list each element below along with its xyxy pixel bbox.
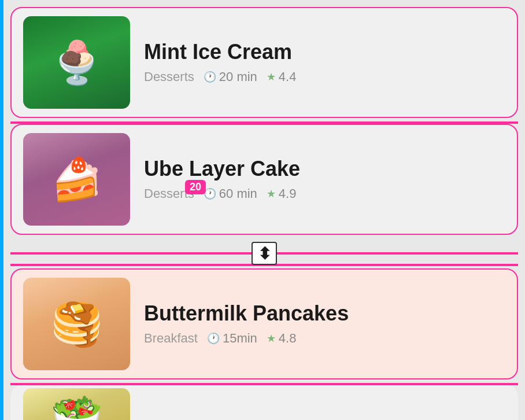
card-title-ube: Ube Layer Cake <box>144 157 505 180</box>
drag-zone: ⬍ <box>10 236 518 271</box>
star-icon-pancakes: ★ <box>267 332 276 345</box>
card-time-ube: 🕐 60 min <box>204 186 257 201</box>
card-info-mint: Mint Ice Cream Desserts 🕐 20 min ★ 4.4 <box>144 40 505 84</box>
clock-icon-mint: 🕐 <box>204 71 216 83</box>
card-fourth[interactable] <box>10 385 518 420</box>
card-time-mint: 🕐 20 min <box>204 69 257 84</box>
badge: 20 <box>185 180 206 194</box>
star-icon-mint: ★ <box>267 71 276 83</box>
card-time-value-ube: 60 min <box>219 186 257 201</box>
card-time-value-pancakes: 15min <box>223 331 257 346</box>
card-rating-value-ube: 4.9 <box>279 186 297 201</box>
card-title-pancakes: Buttermilk Pancakes <box>144 302 505 325</box>
recipe-list: Mint Ice Cream Desserts 🕐 20 min ★ 4.4 U… <box>0 0 525 420</box>
card-title-mint: Mint Ice Cream <box>144 40 505 64</box>
card-rating-value-mint: 4.4 <box>279 69 297 84</box>
card-rating-ube: ★ 4.9 <box>267 186 297 201</box>
star-icon-ube: ★ <box>267 187 276 200</box>
card-meta-pancakes: Breakfast 🕐 15min ★ 4.8 <box>144 331 505 346</box>
card-meta-mint: Desserts 🕐 20 min ★ 4.4 <box>144 69 505 84</box>
card-time-pancakes: 🕐 15min <box>207 331 257 346</box>
card-image-pancakes <box>23 278 130 370</box>
drag-handle-icon[interactable]: ⬍ <box>252 242 277 265</box>
card-ube-layer-cake[interactable]: Ube Layer Cake Desserts 🕐 60 min ★ 4.9 2… <box>10 124 518 235</box>
card-image-ube <box>23 133 130 226</box>
card-time-value-mint: 20 min <box>219 69 257 84</box>
card-info-ube: Ube Layer Cake Desserts 🕐 60 min ★ 4.9 <box>144 157 505 201</box>
left-border <box>0 0 3 420</box>
card-rating-pancakes: ★ 4.8 <box>267 331 297 346</box>
card-buttermilk-pancakes[interactable]: Buttermilk Pancakes Breakfast 🕐 15min ★ … <box>10 268 518 380</box>
card-rating-value-pancakes: 4.8 <box>279 331 297 346</box>
card-info-pancakes: Buttermilk Pancakes Breakfast 🕐 15min ★ … <box>144 302 505 346</box>
card-category-pancakes: Breakfast <box>144 331 198 346</box>
card-image-mint <box>23 16 130 109</box>
card-image-fourth <box>23 388 130 420</box>
card-rating-mint: ★ 4.4 <box>267 69 297 84</box>
card-category-mint: Desserts <box>144 69 194 84</box>
clock-icon-pancakes: 🕐 <box>207 332 220 345</box>
card-mint-ice-cream[interactable]: Mint Ice Cream Desserts 🕐 20 min ★ 4.4 <box>10 7 518 118</box>
